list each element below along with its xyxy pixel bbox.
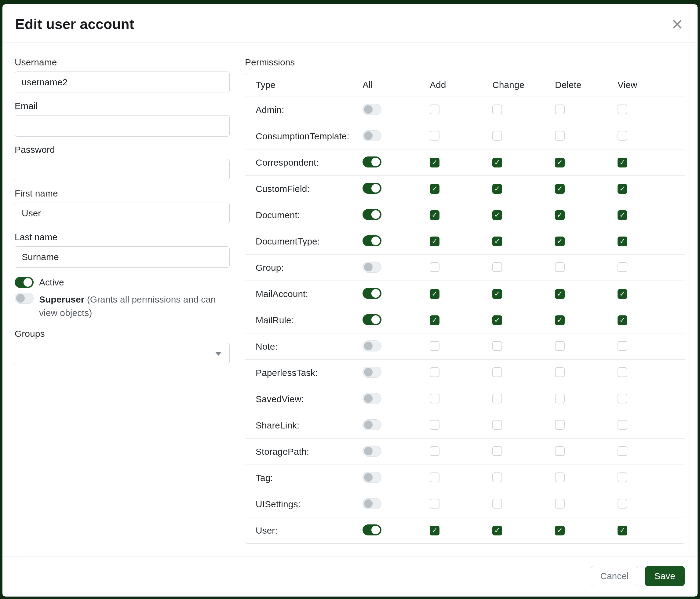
permission-view-checkbox[interactable] [618, 315, 627, 325]
email-input[interactable] [15, 115, 230, 137]
permission-all-toggle[interactable] [362, 340, 381, 352]
permission-change-checkbox[interactable] [492, 262, 502, 272]
permission-view-checkbox[interactable] [618, 158, 627, 167]
permission-all-toggle[interactable] [362, 314, 381, 325]
permission-view-checkbox[interactable] [618, 184, 627, 194]
permission-change-checkbox[interactable] [492, 367, 502, 377]
permission-add-checkbox[interactable] [430, 237, 440, 246]
permission-all-toggle[interactable] [362, 209, 381, 220]
save-button[interactable]: Save [645, 566, 685, 586]
permission-delete-checkbox[interactable] [555, 262, 565, 272]
permission-add-checkbox[interactable] [430, 367, 440, 377]
permission-change-checkbox[interactable] [492, 184, 502, 194]
permission-view-checkbox[interactable] [618, 526, 627, 535]
permission-add-checkbox[interactable] [430, 526, 440, 535]
permission-all-toggle[interactable] [362, 524, 381, 535]
permission-add-checkbox[interactable] [430, 446, 440, 456]
permission-delete-checkbox[interactable] [555, 446, 565, 456]
permission-delete-checkbox[interactable] [555, 526, 565, 535]
permission-change-checkbox[interactable] [492, 446, 502, 456]
permission-view-checkbox[interactable] [618, 131, 627, 141]
permission-all-toggle[interactable] [362, 130, 381, 141]
permission-delete-checkbox[interactable] [555, 131, 565, 141]
permission-add-checkbox[interactable] [430, 210, 440, 220]
permission-view-checkbox[interactable] [618, 289, 627, 299]
permission-all-toggle[interactable] [362, 472, 381, 483]
permission-add-checkbox[interactable] [430, 131, 440, 141]
password-input[interactable] [15, 159, 230, 180]
permission-add-checkbox[interactable] [430, 393, 440, 403]
permission-change-checkbox[interactable] [492, 315, 502, 325]
close-icon[interactable]: × [670, 18, 685, 30]
permission-view-checkbox[interactable] [618, 104, 627, 114]
permission-view-checkbox[interactable] [618, 473, 627, 482]
permission-all-toggle[interactable] [362, 235, 381, 246]
permission-all-toggle[interactable] [362, 262, 381, 272]
permission-add-checkbox[interactable] [430, 341, 440, 351]
permission-change-checkbox[interactable] [492, 104, 502, 114]
permission-view-checkbox[interactable] [618, 341, 627, 351]
permission-all-toggle[interactable] [362, 419, 381, 430]
permission-delete-checkbox[interactable] [555, 184, 565, 194]
permission-add-checkbox[interactable] [430, 262, 440, 272]
permission-delete-checkbox[interactable] [555, 341, 565, 351]
permission-delete-checkbox[interactable] [555, 289, 565, 299]
permission-all-toggle[interactable] [362, 157, 381, 167]
permission-view-checkbox[interactable] [618, 446, 627, 456]
permission-add-checkbox[interactable] [430, 499, 440, 508]
first-name-input[interactable] [15, 202, 230, 224]
permission-change-checkbox[interactable] [492, 158, 502, 167]
email-label: Email [15, 101, 230, 111]
permission-view-checkbox[interactable] [618, 262, 627, 272]
permission-add-checkbox[interactable] [430, 184, 440, 194]
permission-delete-checkbox[interactable] [555, 367, 565, 377]
groups-select[interactable] [15, 343, 230, 364]
permission-all-toggle[interactable] [362, 288, 381, 299]
permission-all-toggle[interactable] [362, 446, 381, 457]
permission-row: SavedView: [245, 386, 685, 412]
permission-all-toggle[interactable] [362, 367, 381, 378]
permission-delete-checkbox[interactable] [555, 104, 565, 114]
permission-view-checkbox[interactable] [618, 420, 627, 430]
permission-view-checkbox[interactable] [618, 237, 627, 246]
permission-change-checkbox[interactable] [492, 210, 502, 220]
permission-add-checkbox[interactable] [430, 473, 440, 482]
permission-add-checkbox[interactable] [430, 420, 440, 430]
permission-all-toggle[interactable] [362, 104, 381, 115]
permission-change-checkbox[interactable] [492, 473, 502, 482]
cancel-button[interactable]: Cancel [591, 566, 638, 586]
active-switch-row: Active [15, 277, 230, 288]
permission-change-checkbox[interactable] [492, 341, 502, 351]
perm-col-all: All [362, 80, 430, 90]
permission-delete-checkbox[interactable] [555, 393, 565, 403]
permission-change-checkbox[interactable] [492, 420, 502, 430]
permission-add-checkbox[interactable] [430, 158, 440, 167]
permission-delete-checkbox[interactable] [555, 315, 565, 325]
permission-view-checkbox[interactable] [618, 499, 627, 508]
permission-delete-checkbox[interactable] [555, 237, 565, 246]
active-toggle[interactable] [15, 277, 33, 288]
permission-all-toggle[interactable] [362, 498, 381, 509]
permission-delete-checkbox[interactable] [555, 499, 565, 508]
permission-all-toggle[interactable] [362, 183, 381, 194]
permission-view-checkbox[interactable] [618, 367, 627, 377]
permission-change-checkbox[interactable] [492, 289, 502, 299]
permission-delete-checkbox[interactable] [555, 158, 565, 167]
superuser-toggle[interactable] [15, 293, 33, 304]
permission-view-checkbox[interactable] [618, 393, 627, 403]
permission-delete-checkbox[interactable] [555, 420, 565, 430]
permission-add-checkbox[interactable] [430, 289, 440, 299]
last-name-input[interactable] [15, 246, 230, 268]
permission-change-checkbox[interactable] [492, 499, 502, 508]
permission-change-checkbox[interactable] [492, 131, 502, 141]
permission-view-checkbox[interactable] [618, 210, 627, 220]
permission-add-checkbox[interactable] [430, 104, 440, 114]
permission-change-checkbox[interactable] [492, 237, 502, 246]
permission-all-toggle[interactable] [362, 393, 381, 404]
username-input[interactable] [15, 72, 230, 93]
permission-change-checkbox[interactable] [492, 393, 502, 403]
permission-change-checkbox[interactable] [492, 526, 502, 535]
permission-add-checkbox[interactable] [430, 315, 440, 325]
permission-delete-checkbox[interactable] [555, 210, 565, 220]
permission-delete-checkbox[interactable] [555, 473, 565, 482]
